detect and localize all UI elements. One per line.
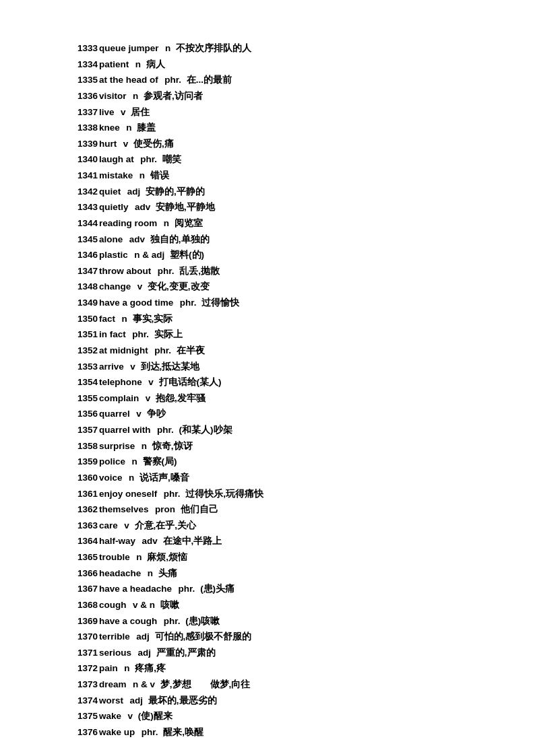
list-item: 1374worst adj 最坏的,最恶劣的: [77, 693, 508, 709]
entry-pos: v: [116, 107, 126, 117]
list-item: 1335at the head of phr. 在...的最前: [77, 72, 508, 88]
list-item: 1364half-way adv 在途中,半路上: [77, 533, 508, 549]
list-item: 1361enjoy oneself phr. 过得快乐,玩得痛快: [77, 486, 508, 502]
entry-word: wake up: [99, 727, 135, 737]
entry-number: 1343: [77, 202, 98, 212]
entry-number: 1359: [77, 456, 98, 467]
entry-meaning: 警察(局): [140, 456, 177, 467]
entry-word: reading room: [99, 218, 157, 228]
entry-word: alone: [99, 234, 123, 244]
entry-number: 1376: [77, 727, 98, 737]
list-item: 1372pain n 疼痛,疼: [77, 660, 508, 677]
entry-word: live: [99, 107, 115, 117]
entry-pos: v: [125, 362, 135, 372]
list-item: 1375wake v (使)醒来: [77, 708, 508, 724]
list-item: 1356quarrel v 争吵: [77, 406, 508, 422]
entry-number: 1370: [77, 631, 98, 642]
entry-meaning: 最坏的,最恶劣的: [146, 695, 217, 706]
entry-word: have a cough: [99, 616, 157, 626]
entry-word: have a headache: [99, 584, 172, 594]
list-item: 1358surprise n 惊奇,惊讶: [77, 438, 508, 454]
entry-meaning: 梦,梦想 做梦,向往: [158, 679, 250, 689]
list-item: 1333queue jumper n 不按次序排队的人: [77, 40, 508, 57]
entry-number: 1333: [77, 43, 98, 53]
entry-meaning: 他们自己: [178, 504, 218, 514]
entry-number: 1356: [77, 409, 98, 419]
entry-word: quarrel: [99, 409, 130, 419]
entry-meaning: 在...的最前: [184, 75, 232, 85]
entry-meaning: 错误: [148, 170, 169, 180]
entry-meaning: 安静的,平静的: [143, 186, 205, 197]
list-item: 1340laugh at phr. 嘲笑: [77, 151, 508, 168]
entry-meaning: (使)醒来: [135, 711, 172, 721]
entry-word: themselves: [99, 504, 149, 514]
entry-pos: n: [130, 59, 141, 69]
list-item: 1350fact n 事实,实际: [77, 311, 508, 327]
entry-number: 1367: [77, 584, 98, 594]
list-item: 1343quietly adv 安静地,平静地: [77, 199, 508, 215]
entry-word: mistake: [99, 170, 133, 180]
entry-pos: adj: [133, 648, 151, 658]
entry-word: queue jumper: [99, 43, 159, 53]
entry-number: 1334: [77, 59, 98, 69]
entry-pos: n: [127, 456, 137, 467]
entry-number: 1371: [77, 648, 98, 658]
entry-pos: adv: [124, 234, 145, 244]
list-item: 1355complain v 抱怨,发牢骚: [77, 390, 508, 407]
entry-pos: phr.: [135, 154, 157, 164]
list-item: 1363care v 介意,在乎,关心: [77, 518, 508, 534]
entry-word: cough: [99, 600, 127, 610]
list-item: 1373dream n & v 梦,梦想 做梦,向往: [77, 677, 508, 693]
entry-word: quiet: [99, 186, 121, 197]
entry-number: 1354: [77, 377, 98, 387]
entry-pos: phr.: [136, 727, 158, 737]
entry-pos: n: [119, 663, 130, 673]
entry-meaning: 乱丢,抛散: [177, 266, 220, 276]
entry-meaning: 变化,变更,改变: [145, 281, 209, 291]
entry-number: 1339: [77, 139, 98, 149]
entry-meaning: 病人: [144, 59, 165, 69]
entry-pos: pron: [150, 504, 176, 514]
list-item: 1371serious adj 严重的,严肃的: [77, 645, 508, 661]
list-item: 1362themselves pron 他们自己: [77, 502, 508, 518]
entry-meaning: (患)头痛: [197, 584, 234, 594]
entry-word: throw about: [99, 266, 151, 276]
entry-number: 1365: [77, 552, 98, 562]
entry-word: arrive: [99, 362, 124, 372]
entry-word: voice: [99, 473, 123, 483]
list-item: 1346plastic n & adj 塑料(的): [77, 247, 508, 263]
list-item: 1337live v 居住: [77, 104, 508, 121]
entry-word: knee: [99, 123, 120, 133]
entry-number: 1366: [77, 568, 98, 578]
entry-number: 1364: [77, 536, 98, 546]
entry-word: police: [99, 456, 125, 467]
entry-pos: n: [158, 218, 169, 228]
entry-pos: adj: [122, 186, 140, 197]
entry-meaning: 醒来,唤醒: [161, 727, 204, 737]
entry-meaning: 嘲笑: [160, 154, 181, 164]
entry-pos: v: [144, 377, 154, 387]
entry-meaning: 抱怨,发牢骚: [153, 393, 206, 403]
list-item: 1351in fact phr. 实际上: [77, 327, 508, 343]
entry-pos: n: [160, 43, 171, 53]
entry-number: 1360: [77, 473, 98, 483]
entry-meaning: 说话声,嗓音: [137, 473, 189, 483]
entry-number: 1345: [77, 234, 98, 244]
entry-word: terrible: [99, 631, 130, 642]
entry-number: 1340: [77, 154, 98, 164]
entry-word: headache: [99, 568, 141, 578]
entry-number: 1348: [77, 281, 98, 291]
entry-pos: adv: [130, 202, 151, 212]
entry-number: 1375: [77, 711, 98, 721]
entry-number: 1372: [77, 663, 98, 673]
entry-pos: n: [121, 123, 132, 133]
entry-number: 1341: [77, 170, 98, 180]
entry-word: plastic: [99, 250, 128, 260]
entry-word: laugh at: [99, 154, 134, 164]
entry-meaning: 参观者,访问者: [141, 91, 203, 101]
entry-meaning: 过得快乐,玩得痛快: [183, 489, 264, 499]
list-item: 1359police n 警察(局): [77, 454, 508, 470]
entry-pos: phr.: [158, 489, 180, 499]
entry-meaning: 安静地,平静地: [153, 202, 215, 212]
entry-word: serious: [99, 648, 131, 658]
